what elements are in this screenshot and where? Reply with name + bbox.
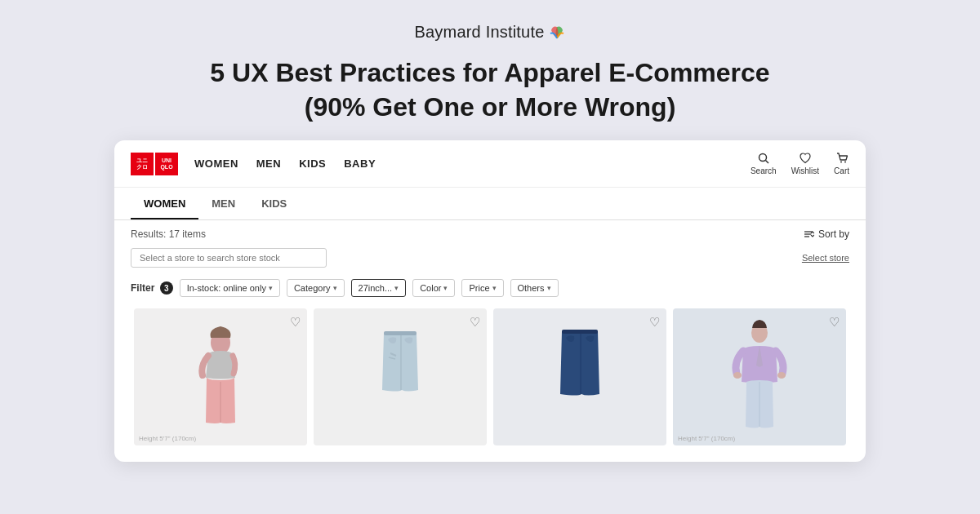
wishlist-icon-2[interactable]: ♡	[470, 315, 480, 330]
store-search-bar: Select store	[114, 245, 866, 274]
svg-point-17	[733, 372, 742, 379]
brand-name: Baymard Institute	[414, 23, 544, 42]
search-icon	[757, 152, 770, 165]
page-header: Baymard Institute 5 UX Best Practices fo…	[0, 0, 980, 140]
tab-men[interactable]: MEN	[198, 188, 248, 219]
product-figure-2	[314, 308, 487, 445]
filter-badge: 3	[160, 281, 173, 295]
select-store-link[interactable]: Select store	[802, 253, 849, 263]
nav-link-kids[interactable]: KIDS	[299, 157, 326, 170]
results-bar: Results: 17 items Sort by	[114, 220, 866, 245]
search-label: Search	[751, 166, 777, 175]
product-figure-1	[134, 308, 307, 445]
store-search-input[interactable]	[131, 248, 327, 268]
main-card: ユニクロ UNIQLO WOMEN MEN KIDS BABY Search	[114, 140, 866, 462]
svg-rect-14	[562, 330, 598, 334]
uniqlo-logo: ユニクロ UNIQLO	[131, 153, 178, 175]
filter-chip-instock[interactable]: In-stock: online only ▾	[180, 279, 280, 297]
nav-link-baby[interactable]: BABY	[344, 157, 376, 170]
svg-point-3	[844, 162, 846, 163]
cart-icon	[835, 152, 849, 165]
uniqlo-nav: ユニクロ UNIQLO WOMEN MEN KIDS BABY Search	[114, 140, 866, 188]
svg-point-18	[777, 372, 786, 379]
filter-chip-size[interactable]: 27inch... ▾	[351, 279, 407, 297]
nav-search[interactable]: Search	[751, 152, 777, 175]
svg-point-0	[759, 154, 766, 162]
filter-label[interactable]: Filter 3	[131, 281, 173, 295]
logo-box-left: ユニクロ	[131, 153, 154, 175]
wishlist-icon-1[interactable]: ♡	[290, 315, 301, 330]
filter-chip-category[interactable]: Category ▾	[287, 279, 345, 297]
product-card-1[interactable]: ♡ Height 5'7" (170cm)	[134, 308, 307, 445]
svg-point-2	[840, 162, 842, 163]
results-count: Results: 17 items	[131, 228, 206, 240]
nav-link-men[interactable]: MEN	[256, 157, 281, 170]
logo-box-right: UNIQLO	[155, 153, 178, 175]
filter-chip-color[interactable]: Color ▾	[412, 279, 455, 297]
wishlist-icon-4[interactable]: ♡	[829, 315, 840, 330]
brand-logo: Baymard Institute	[414, 23, 565, 42]
svg-line-1	[765, 161, 768, 164]
filter-bar: Filter 3 In-stock: online only ▾ Categor…	[114, 274, 866, 305]
sort-icon	[803, 228, 814, 240]
sub-tabs: WOMEN MEN KIDS	[114, 188, 866, 220]
filter-chip-others[interactable]: Others ▾	[510, 279, 559, 297]
filter-chip-price[interactable]: Price ▾	[461, 279, 503, 297]
page-title: 5 UX Best Practices for Apparel E-Commer…	[204, 56, 776, 124]
brand-icon	[548, 24, 566, 42]
heart-icon	[799, 152, 812, 165]
nav-actions: Search Wishlist Cart	[751, 152, 849, 175]
wishlist-icon-3[interactable]: ♡	[649, 315, 660, 330]
tab-kids[interactable]: KIDS	[248, 188, 300, 219]
cart-label: Cart	[834, 166, 849, 175]
product-card-3[interactable]: ♡	[493, 308, 666, 445]
sort-label: Sort by	[818, 228, 849, 240]
svg-rect-10	[384, 331, 416, 335]
nav-cart[interactable]: Cart	[834, 152, 849, 175]
product-card-4[interactable]: ♡ Height	[673, 308, 846, 445]
product-height-4: Height 5'7" (170cm)	[678, 435, 735, 442]
product-card-2[interactable]: ♡	[314, 308, 487, 445]
main-nav-links: WOMEN MEN KIDS BABY	[194, 157, 751, 170]
nav-wishlist[interactable]: Wishlist	[791, 152, 819, 175]
product-grid: ♡ Height 5'7" (170cm) ♡	[114, 305, 866, 462]
sort-button[interactable]: Sort by	[803, 228, 849, 240]
wishlist-label: Wishlist	[791, 166, 819, 175]
product-figure-4	[673, 308, 846, 445]
nav-link-women[interactable]: WOMEN	[194, 157, 238, 170]
tab-women[interactable]: WOMEN	[131, 188, 198, 219]
product-figure-3	[493, 308, 666, 445]
product-height-1: Height 5'7" (170cm)	[139, 435, 196, 442]
